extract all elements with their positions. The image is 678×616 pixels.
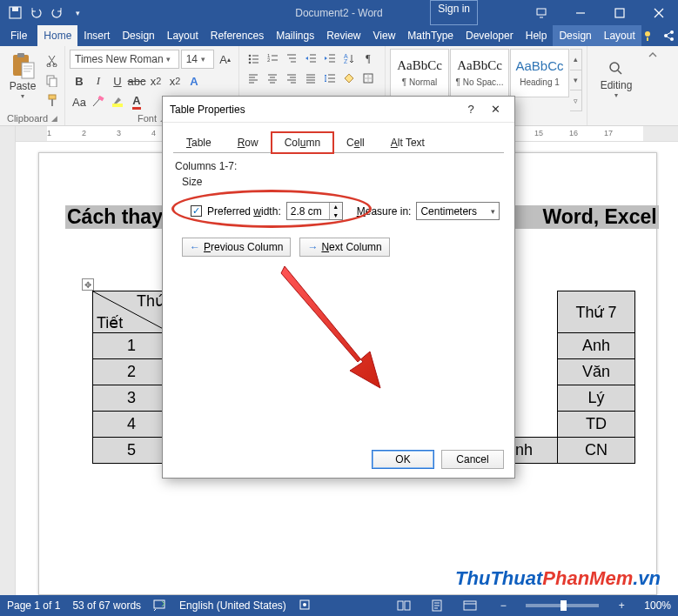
table-move-handle-icon[interactable]: ✥ (82, 278, 94, 291)
strikethrough-icon[interactable]: abc (127, 71, 146, 90)
style-normal[interactable]: AaBbCc¶ Normal (390, 49, 449, 97)
styles-more-icon[interactable]: ▿ (570, 90, 581, 110)
table-cell[interactable]: 2 (93, 359, 171, 385)
chevron-down-icon[interactable]: ▾ (570, 70, 581, 91)
dialog-help-icon[interactable]: ? (459, 103, 483, 116)
zoom-slider[interactable] (526, 604, 599, 607)
dialog-tab-row[interactable]: Row (225, 132, 272, 153)
line-spacing-icon[interactable] (320, 69, 339, 88)
next-column-button[interactable]: →Next Column (299, 238, 389, 257)
table-cell[interactable]: TD (558, 412, 635, 438)
shading-icon[interactable] (339, 69, 359, 88)
tab-file[interactable]: File (0, 25, 37, 46)
borders-icon[interactable] (359, 69, 378, 88)
undo-icon[interactable] (26, 3, 45, 23)
tab-table-design[interactable]: Design (553, 25, 597, 46)
view-read-icon[interactable] (393, 597, 414, 614)
view-print-icon[interactable] (426, 597, 447, 614)
tab-mathtype[interactable]: MathType (401, 25, 460, 46)
multilevel-list-icon[interactable] (282, 49, 301, 68)
copy-icon[interactable] (43, 71, 60, 89)
text-effects-icon[interactable]: A (185, 71, 204, 90)
dialog-titlebar[interactable]: Table Properties ? ✕ (163, 97, 514, 123)
ruler-vertical[interactable] (0, 126, 16, 595)
status-macro-icon[interactable] (299, 599, 311, 613)
tab-layout[interactable]: Layout (161, 25, 205, 46)
table-cell[interactable]: CN (558, 438, 635, 464)
clipboard-launcher-icon[interactable]: ◢ (51, 114, 57, 123)
spin-up-icon[interactable]: ▲ (330, 203, 342, 211)
ok-button[interactable]: OK (372, 450, 434, 469)
ribbon-options-icon[interactable] (521, 0, 561, 25)
increase-indent-icon[interactable] (320, 49, 339, 68)
share-button[interactable]: Share (654, 25, 678, 46)
tab-developer[interactable]: Developer (460, 25, 520, 46)
tab-review[interactable]: Review (320, 25, 366, 46)
justify-icon[interactable] (301, 69, 320, 88)
preferred-width-checkbox[interactable]: ✓ (191, 205, 202, 217)
redo-icon[interactable] (47, 3, 66, 23)
dialog-tab-alttext[interactable]: Alt Text (378, 132, 438, 153)
show-marks-icon[interactable]: ¶ (359, 49, 378, 68)
style-heading1[interactable]: AaBbCcHeading 1 (510, 49, 569, 97)
styles-gallery-scroll[interactable]: ▴▾▿ (570, 49, 582, 111)
collapse-ribbon-icon[interactable] (645, 46, 661, 125)
status-spellcheck-icon[interactable] (153, 599, 167, 613)
highlight-icon[interactable] (108, 92, 127, 111)
cut-icon[interactable] (43, 51, 60, 69)
table-cell[interactable]: Lý (558, 385, 635, 412)
tab-insert[interactable]: Insert (77, 25, 116, 46)
save-icon[interactable] (5, 3, 24, 23)
table-cell[interactable]: 3 (93, 385, 171, 412)
tell-me-icon[interactable] (641, 25, 654, 46)
zoom-out-icon[interactable]: − (493, 597, 514, 614)
font-name-combo[interactable]: Times New Roman▾ (70, 50, 179, 69)
superscript-icon[interactable]: x2 (165, 71, 185, 90)
spin-down-icon[interactable]: ▼ (330, 211, 342, 220)
previous-column-button[interactable]: ←Previous Column (182, 238, 291, 257)
align-right-icon[interactable] (282, 69, 301, 88)
tab-references[interactable]: References (205, 25, 270, 46)
change-case-icon[interactable]: Aa (70, 92, 89, 111)
tab-home[interactable]: Home (37, 25, 77, 46)
status-page[interactable]: Page 1 of 1 (7, 599, 60, 612)
close-icon[interactable] (639, 0, 678, 25)
subscript-icon[interactable]: x2 (146, 71, 165, 90)
bold-button[interactable]: B (70, 71, 89, 90)
italic-button[interactable]: I (89, 71, 108, 90)
sort-icon[interactable]: AZ (339, 49, 359, 68)
table-cell[interactable]: 1 (93, 333, 171, 359)
tab-mailings[interactable]: Mailings (270, 25, 320, 46)
table-cell[interactable]: Anh (558, 333, 635, 359)
style-no-spacing[interactable]: AaBbCc¶ No Spac... (450, 49, 509, 97)
status-words[interactable]: 53 of 67 words (72, 599, 141, 612)
view-web-icon[interactable] (460, 597, 480, 614)
numbering-icon[interactable]: 12 (263, 49, 282, 68)
underline-button[interactable]: U (108, 71, 127, 90)
maximize-icon[interactable] (600, 0, 639, 25)
table-cell[interactable]: Văn (558, 359, 635, 385)
minimize-icon[interactable] (561, 0, 600, 25)
preferred-width-spin[interactable]: ▲▼ (286, 202, 343, 220)
dialog-close-icon[interactable]: ✕ (483, 103, 507, 116)
tab-view[interactable]: View (367, 25, 402, 46)
chevron-up-icon[interactable]: ▴ (570, 50, 581, 70)
grow-font-icon[interactable]: A▴ (216, 50, 234, 69)
align-center-icon[interactable] (263, 69, 282, 88)
table-cell[interactable]: 4 (93, 412, 171, 438)
table-cell[interactable]: Thứ 7 (558, 291, 635, 333)
clear-formatting-icon[interactable] (89, 92, 108, 111)
font-size-combo[interactable]: 14▾ (181, 50, 214, 69)
format-painter-icon[interactable] (43, 91, 60, 109)
tab-table-layout[interactable]: Layout (598, 25, 641, 46)
zoom-level[interactable]: 100% (644, 599, 671, 612)
tab-help[interactable]: Help (520, 25, 554, 46)
decrease-indent-icon[interactable] (301, 49, 320, 68)
measure-in-select[interactable]: Centimeters ▾ (416, 202, 500, 220)
preferred-width-input[interactable] (287, 203, 329, 219)
align-left-icon[interactable] (244, 69, 263, 88)
dialog-tab-cell[interactable]: Cell (333, 132, 378, 153)
editing-dropdown[interactable]: Editing ▾ (601, 61, 633, 99)
table-cell[interactable]: 5 (93, 438, 171, 464)
font-color-icon[interactable]: A (127, 92, 146, 111)
